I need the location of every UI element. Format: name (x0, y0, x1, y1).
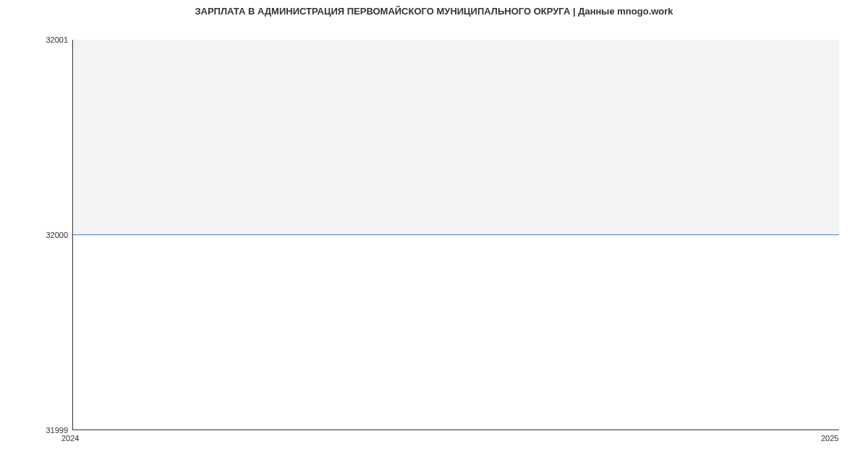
x-tick-left: 2024 (61, 434, 79, 443)
x-tick-right: 2025 (821, 434, 838, 443)
y-tick-top: 32001 (46, 35, 68, 44)
series-line (73, 234, 839, 235)
y-tick-mid: 32000 (46, 231, 68, 239)
area-fill (73, 40, 839, 235)
chart-title: ЗАРПЛАТА В АДМИНИСТРАЦИЯ ПЕРВОМАЙСКОГО М… (0, 6, 868, 17)
plot-area (72, 40, 839, 430)
